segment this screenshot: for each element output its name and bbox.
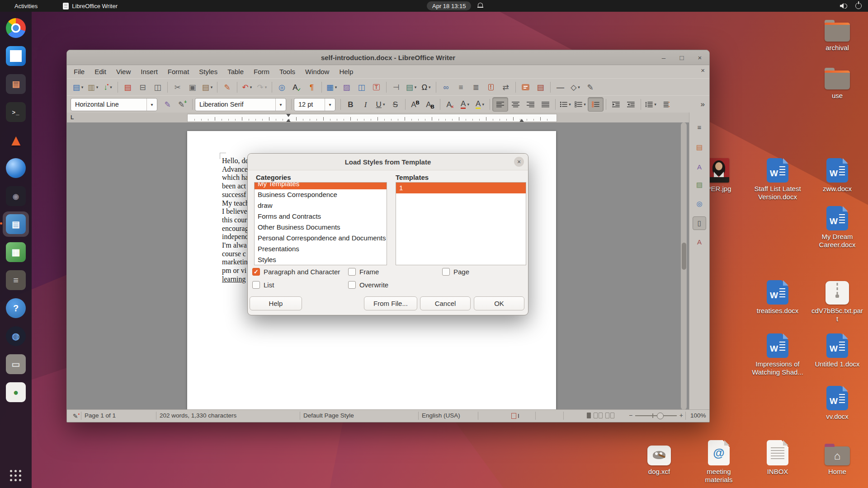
properties-tab[interactable]: ▤ [693, 141, 706, 154]
vertical-scrollbar[interactable] [681, 122, 687, 410]
style-inspector-tab[interactable]: A [693, 235, 706, 248]
italic-button[interactable]: I [358, 98, 373, 111]
ok-button[interactable]: OK [474, 296, 524, 310]
view-layout-buttons[interactable] [587, 413, 614, 418]
zoom-out-icon[interactable]: − [629, 412, 632, 419]
first-line-indent-marker[interactable] [286, 114, 291, 117]
align-center-button[interactable] [508, 98, 523, 111]
desktop-icon-zww[interactable]: zww.docx [810, 156, 864, 193]
help-icon[interactable]: ? [3, 296, 29, 321]
window-titlebar[interactable]: self-introduction.docx - LibreOffice Wri… [67, 50, 709, 65]
libreoffice-writer-icon[interactable]: ▤ [3, 211, 29, 237]
category-list-item[interactable]: Presentations [255, 244, 387, 254]
page-count-field[interactable]: Page 1 of 1 [85, 412, 116, 419]
insert-comment-button[interactable] [518, 80, 533, 94]
blue-globe-app-icon[interactable] [3, 155, 29, 181]
zoom-slider[interactable]: − + [629, 413, 683, 419]
overwrite-checkbox[interactable]: Overwrite [348, 281, 388, 289]
insert-page-break-button[interactable]: ⊣ [389, 80, 404, 94]
checkbox-icon[interactable] [442, 268, 450, 276]
checkbox-icon[interactable] [348, 268, 356, 276]
multi-page-view-icon[interactable] [594, 413, 603, 418]
tab-stop-selector[interactable]: L [71, 114, 74, 121]
desktop-icon-dog-xcf[interactable]: dog.xcf [632, 439, 686, 476]
libreoffice-calc-icon[interactable]: ▦ [3, 239, 29, 265]
align-left-button[interactable] [492, 97, 508, 112]
category-list-item[interactable]: Styles [255, 254, 387, 265]
category-list-item[interactable]: Forms and Contracts [255, 211, 387, 222]
menu-form[interactable]: Form [249, 66, 274, 77]
menu-styles[interactable]: Styles [194, 66, 222, 77]
page-tab[interactable]: ▯ [693, 216, 706, 230]
selection-mode-field[interactable]: I [511, 413, 522, 419]
desktop-icon-vv[interactable]: vv.docx [810, 384, 864, 421]
unordered-list-button[interactable]: ▾ [558, 98, 573, 111]
help-button[interactable]: Help [250, 296, 302, 310]
desktop-icon-inbox[interactable]: INBOX [750, 439, 805, 476]
power-icon[interactable] [855, 3, 862, 9]
insert-chart-button[interactable]: ◫ [354, 80, 369, 94]
word-count-field[interactable]: 202 words, 1,330 characters [160, 412, 236, 419]
desktop-icon-my-dream-career[interactable]: My Dream Career.docx [810, 204, 864, 249]
chevron-down-icon[interactable]: ▾ [325, 99, 335, 111]
insert-bookmark-button[interactable]: ! [483, 80, 498, 94]
line-spacing-button[interactable]: ▾ [643, 98, 658, 111]
insert-hyperlink-button[interactable]: ∞ [439, 80, 453, 94]
cancel-button[interactable]: Cancel [420, 296, 471, 310]
chrome-icon[interactable] [3, 15, 29, 41]
horizontal-ruler[interactable]: L [67, 113, 689, 123]
increase-indent-button[interactable] [609, 98, 623, 111]
dialog-titlebar[interactable]: Load Styles from Template [248, 154, 528, 170]
checkbox-icon[interactable] [252, 281, 260, 289]
subscript-button[interactable]: AB [423, 98, 438, 111]
copy-button[interactable]: ▣ [185, 80, 200, 94]
libreoffice-impress-icon[interactable]: ▤ [3, 71, 29, 97]
font-color-button[interactable]: A▾ [458, 98, 472, 111]
checkbox-icon[interactable] [348, 281, 356, 289]
category-list-item[interactable]: Business Correspondence [255, 189, 387, 200]
list-checkbox[interactable]: List [252, 281, 274, 289]
desktop-icon-home[interactable]: Home [810, 439, 864, 476]
scrollbar-thumb[interactable] [682, 243, 686, 270]
zoom-in-icon[interactable]: + [679, 412, 683, 419]
template-list-item[interactable]: 1 [396, 183, 526, 193]
from-file-button[interactable]: From File... [364, 296, 417, 310]
menu-file[interactable]: File [69, 66, 90, 77]
desktop-icon-impressions[interactable]: Impressions of Watching Shad... [750, 332, 805, 376]
menu-window[interactable]: Window [300, 66, 334, 77]
blue-swirl-app-icon[interactable]: ◍ [3, 324, 29, 349]
decrease-indent-button[interactable] [623, 98, 638, 111]
desktop-icon-untitled-1[interactable]: Untitled 1.docx [810, 332, 864, 368]
zoom-slider-knob[interactable] [657, 413, 664, 419]
desktop-icon-staff-list[interactable]: Staff List Latest Version.docx [750, 156, 805, 201]
paste-button[interactable]: ▤▾ [200, 80, 215, 94]
justified-button[interactable] [538, 98, 553, 111]
desktop-icon-cdv7bb5c-part[interactable]: cdV7bB5c.txt.part [810, 278, 864, 323]
insert-table-button[interactable]: ▦▾ [324, 80, 339, 94]
font-size-combo[interactable]: 12 pt ▾ [294, 98, 335, 111]
desktop-icon-treatises[interactable]: treatises.docx [750, 278, 805, 315]
paragraph-spacing-button[interactable] [658, 98, 673, 111]
paragraph-style-combo[interactable]: Horizontal Line ▾ [71, 98, 157, 111]
printer-tool-icon[interactable]: ▭ [3, 352, 29, 377]
menu-insert[interactable]: Insert [136, 66, 163, 77]
print-button[interactable]: ⊟ [135, 80, 150, 94]
desktop-icon-use[interactable]: use [810, 63, 864, 100]
menu-help[interactable]: Help [334, 66, 358, 77]
bold-button[interactable]: B [343, 98, 358, 111]
clone-formatting-button[interactable]: ✎ [220, 80, 235, 94]
underline-button[interactable]: U▾ [373, 98, 388, 111]
insert-text-box-button[interactable]: T [369, 80, 384, 94]
align-right-button[interactable] [523, 98, 538, 111]
file-cabinet-app-icon[interactable]: ≡ [3, 267, 29, 293]
frame-checkbox[interactable]: Frame [348, 268, 379, 276]
highlight-color-button[interactable]: A▾ [472, 98, 487, 111]
undo-button[interactable]: ↶▾ [240, 80, 255, 94]
category-list-item[interactable]: draw [255, 200, 387, 211]
minimize-button[interactable]: – [660, 54, 668, 61]
close-button[interactable]: × [696, 54, 704, 61]
no-list-button[interactable] [588, 97, 604, 112]
single-page-view-icon[interactable] [587, 413, 591, 418]
insert-endnote-button[interactable]: ≣ [468, 80, 483, 94]
categories-listbox[interactable]: My TemplatesBusiness CorrespondencedrawF… [254, 182, 387, 265]
